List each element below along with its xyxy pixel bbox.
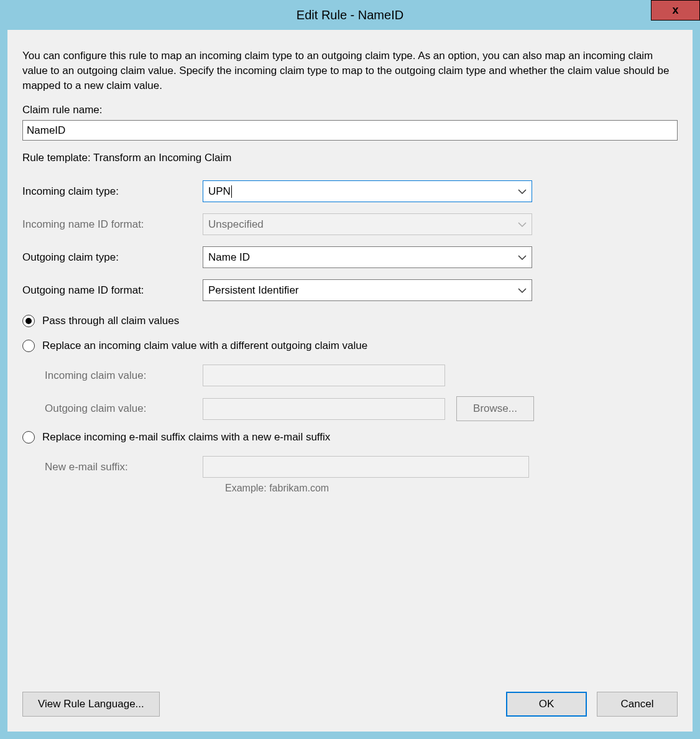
chevron-down-icon [518,287,527,294]
rule-template-text: Rule template: Transform an Incoming Cla… [22,152,678,164]
radio-replace-suffix-label: Replace incoming e-mail suffix claims wi… [42,431,330,444]
chevron-down-icon [518,254,527,261]
edit-rule-window: Edit Rule - NameID x You can configure t… [0,0,700,739]
claim-rule-name-input[interactable] [22,120,678,141]
incoming-name-id-format-combo: Unspecified [203,213,532,235]
incoming-claim-type-value: UPN [208,185,231,198]
chevron-down-icon [518,221,527,228]
incoming-name-id-format-label: Incoming name ID format: [22,218,203,231]
cancel-button[interactable]: Cancel [597,692,678,717]
new-email-suffix-input [203,456,529,478]
example-text: Example: fabrikam.com [203,483,678,494]
text-cursor [231,185,232,198]
incoming-claim-value-input [203,365,445,386]
radio-replace-value-label: Replace an incoming claim value with a d… [42,340,367,352]
outgoing-name-id-format-value: Persistent Identifier [208,284,299,297]
transform-radio-group: Pass through all claim values Replace an… [22,315,678,494]
rule-template-prefix: Rule template: [22,152,93,164]
button-bar: View Rule Language... OK Cancel [22,692,678,717]
radio-replace-value[interactable] [22,340,35,352]
outgoing-claim-type-value: Name ID [208,251,250,264]
chevron-down-icon [518,188,527,195]
close-icon: x [672,4,678,17]
radio-pass-through[interactable] [22,315,35,327]
new-email-suffix-label: New e-mail suffix: [45,461,203,473]
outgoing-name-id-format-label: Outgoing name ID format: [22,284,203,297]
outgoing-claim-type-label: Outgoing claim type: [22,251,203,264]
incoming-claim-value-label: Incoming claim value: [45,370,203,382]
titlebar: Edit Rule - NameID x [0,0,700,30]
incoming-claim-type-label: Incoming claim type: [22,185,203,198]
ok-button[interactable]: OK [506,692,587,717]
outgoing-claim-type-combo[interactable]: Name ID [203,246,532,268]
outgoing-claim-value-input [203,398,445,420]
incoming-name-id-format-value: Unspecified [208,218,264,231]
incoming-claim-type-combo[interactable]: UPN [203,180,532,202]
outgoing-claim-value-label: Outgoing claim value: [45,402,203,415]
description-text: You can configure this rule to map an in… [22,49,678,93]
browse-button: Browse... [456,396,534,421]
view-rule-language-button[interactable]: View Rule Language... [22,692,160,717]
window-title: Edit Rule - NameID [297,8,403,22]
close-button[interactable]: x [651,0,700,21]
outgoing-name-id-format-combo[interactable]: Persistent Identifier [203,279,532,301]
client-area: You can configure this rule to map an in… [7,30,693,732]
claim-rule-name-label: Claim rule name: [22,104,678,116]
rule-template-value: Transform an Incoming Claim [93,152,231,164]
radio-pass-through-label: Pass through all claim values [42,315,179,327]
radio-replace-suffix[interactable] [22,431,35,444]
